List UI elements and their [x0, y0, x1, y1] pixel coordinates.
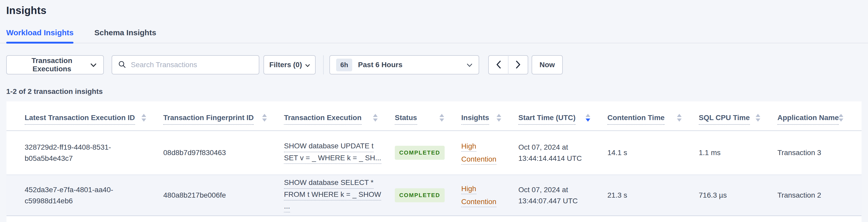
column-header-insights[interactable]: Insights: [461, 114, 518, 130]
search-icon: [118, 60, 126, 69]
insight-link-high-contention[interactable]: High Contention: [461, 185, 496, 207]
cell-insights: High Contention: [461, 182, 518, 209]
sort-icons[interactable]: [677, 114, 682, 125]
sort-icons-active-desc[interactable]: [586, 114, 590, 125]
cell-fingerprint-id: 08d8b7d97f830463: [163, 147, 284, 158]
transaction-execution-link[interactable]: SHOW database UPDATE t: [284, 141, 374, 152]
insights-table-card: Latest Transaction Execution ID Transact…: [6, 101, 862, 222]
column-header-contention-time[interactable]: Contention Time: [608, 114, 699, 130]
sort-icons[interactable]: [373, 114, 378, 125]
chevron-down-icon: [467, 61, 472, 69]
sort-icons[interactable]: [439, 114, 444, 125]
table-row: 452da3e7-e7fa-4801-aa40-c59988d14eb6 480…: [6, 175, 862, 216]
transaction-execution-link[interactable]: FROM t WHERE k = _ SHOW: [284, 190, 381, 201]
results-summary: 1-2 of 2 transaction insights: [6, 87, 862, 96]
cell-application-name: Transaction 3: [777, 147, 849, 158]
time-range-chip: 6h: [336, 59, 352, 71]
column-header-status[interactable]: Status: [395, 114, 461, 130]
time-range-dropdown[interactable]: 6h Past 6 Hours: [330, 55, 479, 74]
sort-icons[interactable]: [497, 114, 501, 125]
table-header-row: Latest Transaction Execution ID Transact…: [6, 101, 862, 131]
cell-status: COMPLETED: [395, 188, 461, 202]
time-pager: [488, 55, 528, 74]
column-header-application-name[interactable]: Application Name: [777, 114, 861, 130]
status-badge: COMPLETED: [395, 146, 445, 160]
insight-link-high-contention[interactable]: High Contention: [461, 142, 496, 165]
cell-latest-execution-id: 452da3e7-e7fa-4801-aa40-c59988d14eb6: [25, 184, 163, 207]
cell-status: COMPLETED: [395, 146, 461, 160]
cell-start-time: Oct 07, 2024 at 13:44:07.447 UTC: [518, 184, 608, 207]
search-input[interactable]: [130, 60, 253, 69]
search-box[interactable]: [112, 55, 259, 74]
tab-schema-insights[interactable]: Schema Insights: [94, 28, 156, 43]
chevron-down-icon: [90, 61, 97, 69]
column-header-start-time-utc[interactable]: Start Time (UTC): [518, 114, 608, 130]
transaction-execution-link[interactable]: ...: [284, 202, 290, 213]
chevron-right-icon: [516, 60, 521, 69]
column-header-latest-transaction-execution-id[interactable]: Latest Transaction Execution ID: [25, 114, 163, 130]
cell-application-name: Transaction 2: [777, 190, 849, 201]
tab-workload-insights[interactable]: Workload Insights: [6, 28, 73, 43]
transaction-execution-link[interactable]: SET v = _ WHERE k = _ SH...: [284, 154, 381, 164]
column-header-transaction-execution[interactable]: Transaction Execution: [284, 114, 395, 130]
cell-transaction-execution: SHOW database SELECT * FROM t WHERE k = …: [284, 177, 395, 214]
time-range-label: Past 6 Hours: [358, 61, 402, 69]
cell-contention-time: 21.3 s: [608, 190, 699, 201]
filters-label: Filters (0): [269, 61, 302, 69]
tab-bar: Workload Insights Schema Insights: [0, 28, 868, 43]
filters-button[interactable]: Filters (0): [264, 55, 316, 74]
time-prev-button[interactable]: [488, 55, 508, 74]
column-header-transaction-fingerprint-id[interactable]: Transaction Fingerprint ID: [163, 114, 284, 130]
sort-icons[interactable]: [262, 114, 267, 125]
sort-icons[interactable]: [755, 114, 760, 125]
execution-type-dropdown[interactable]: Transaction Executions: [6, 55, 104, 74]
cell-sql-cpu-time: 1.1 ms: [699, 147, 777, 158]
cell-latest-execution-id: 328729d2-ff19-4408-8531-b05a5b4e43c7: [25, 141, 163, 164]
transaction-execution-link[interactable]: SHOW database SELECT *: [284, 178, 374, 189]
now-button[interactable]: Now: [532, 55, 563, 74]
cell-sql-cpu-time: 716.3 µs: [699, 190, 777, 201]
page-title: Insights: [6, 5, 862, 17]
toolbar-divider: [323, 55, 324, 74]
page-header: Insights: [0, 0, 868, 17]
cell-start-time: Oct 07, 2024 at 13:44:14.4414 UTC: [518, 141, 608, 164]
chevron-down-icon: [305, 61, 310, 69]
table-row: 328729d2-ff19-4408-8531-b05a5b4e43c7 08d…: [6, 131, 862, 175]
column-header-sql-cpu-time[interactable]: SQL CPU Time: [699, 114, 777, 130]
cell-fingerprint-id: 480a8b217be006fe: [163, 190, 284, 201]
cell-transaction-execution: SHOW database UPDATE t SET v = _ WHERE k…: [284, 140, 395, 165]
toolbar: Transaction Executions Filters (0) 6h Pa…: [6, 55, 862, 74]
execution-type-label: Transaction Executions: [13, 57, 90, 73]
cell-contention-time: 14.1 s: [608, 147, 699, 158]
sort-icons[interactable]: [839, 114, 843, 125]
status-badge: COMPLETED: [395, 188, 445, 202]
sort-icons[interactable]: [142, 114, 146, 125]
time-next-button[interactable]: [508, 55, 528, 74]
cell-insights: High Contention: [461, 140, 518, 166]
chevron-left-icon: [496, 60, 501, 69]
